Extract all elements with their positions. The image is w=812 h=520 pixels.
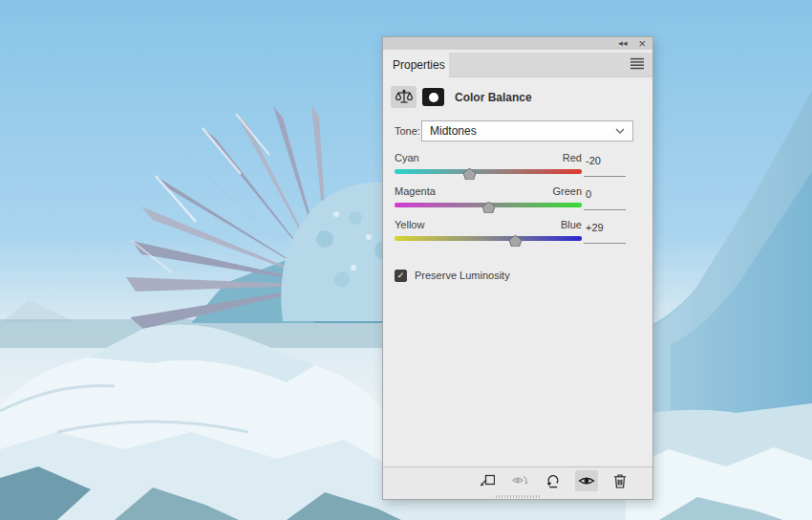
collapse-to-icons-icon[interactable]: ◂◂: [618, 38, 627, 49]
color-balance-scales-icon: [391, 86, 417, 108]
adjustment-header: Color Balance: [391, 85, 652, 109]
check-icon: ✓: [397, 271, 405, 280]
panel-bottom-edge: [383, 493, 652, 499]
magenta-green-value-field[interactable]: 0: [584, 188, 626, 210]
yellow-blue-slider-thumb[interactable]: [509, 235, 522, 247]
close-icon[interactable]: ×: [638, 38, 646, 49]
preserve-luminosity-label: Preserve Luminosity: [415, 270, 510, 281]
preserve-luminosity-checkbox[interactable]: ✓: [395, 270, 407, 282]
delete-adjustment-icon[interactable]: [609, 470, 631, 491]
toggle-visibility-eye-icon[interactable]: [575, 470, 598, 491]
cyan-red-slider-track[interactable]: [395, 169, 582, 174]
panel-content: Color Balance Tone: Midtones Cyan Red: [383, 77, 652, 466]
adjustment-title: Color Balance: [455, 91, 532, 104]
blue-label: Blue: [561, 219, 582, 232]
clip-to-layer-icon[interactable]: [475, 470, 498, 491]
layer-mask-icon[interactable]: [422, 88, 444, 106]
yellow-blue-slider-track[interactable]: [395, 236, 582, 241]
tone-label: Tone:: [395, 125, 421, 137]
chevron-down-icon: [615, 128, 625, 134]
yellow-blue-value-field[interactable]: +29: [584, 222, 626, 244]
panel-menu-icon[interactable]: [630, 57, 645, 70]
tab-properties[interactable]: Properties: [384, 52, 449, 77]
yellow-label: Yellow: [395, 219, 424, 232]
cyan-label: Cyan: [395, 152, 419, 165]
yellow-blue-slider-group: Yellow Blue +29: [395, 219, 635, 248]
green-label: Green: [552, 185, 582, 199]
magenta-green-slider-track[interactable]: [395, 203, 582, 207]
photoshop-workspace: ◂◂ × Properties: [0, 0, 812, 520]
reset-adjustment-icon[interactable]: [542, 470, 565, 491]
panel-tabbar: Properties: [383, 50, 652, 77]
tone-selected-value: Midtones: [430, 124, 615, 138]
tone-select[interactable]: Midtones: [421, 120, 633, 141]
cyan-red-value-field[interactable]: -20: [584, 155, 626, 177]
mask-thumbnail-circle: [429, 93, 438, 102]
magenta-green-slider-thumb[interactable]: [482, 202, 495, 213]
tone-row: Tone: Midtones: [395, 120, 652, 141]
cyan-red-slider-group: Cyan Red -20: [395, 152, 635, 181]
cyan-red-slider-thumb[interactable]: [463, 168, 476, 180]
panel-footer-toolbar: [383, 466, 652, 493]
color-balance-sliders: Cyan Red -20 Magenta Green: [395, 152, 652, 252]
magenta-label: Magenta: [395, 185, 436, 199]
properties-panel: ◂◂ × Properties: [382, 36, 653, 500]
tabbar-empty-area: [449, 53, 652, 77]
magenta-green-slider-group: Magenta Green 0: [395, 185, 635, 214]
panel-titlebar: ◂◂ ×: [383, 37, 652, 50]
view-previous-state-icon[interactable]: [508, 470, 531, 491]
red-label: Red: [563, 152, 582, 165]
resize-grip[interactable]: [496, 495, 540, 498]
preserve-luminosity-row: ✓ Preserve Luminosity: [395, 269, 652, 282]
